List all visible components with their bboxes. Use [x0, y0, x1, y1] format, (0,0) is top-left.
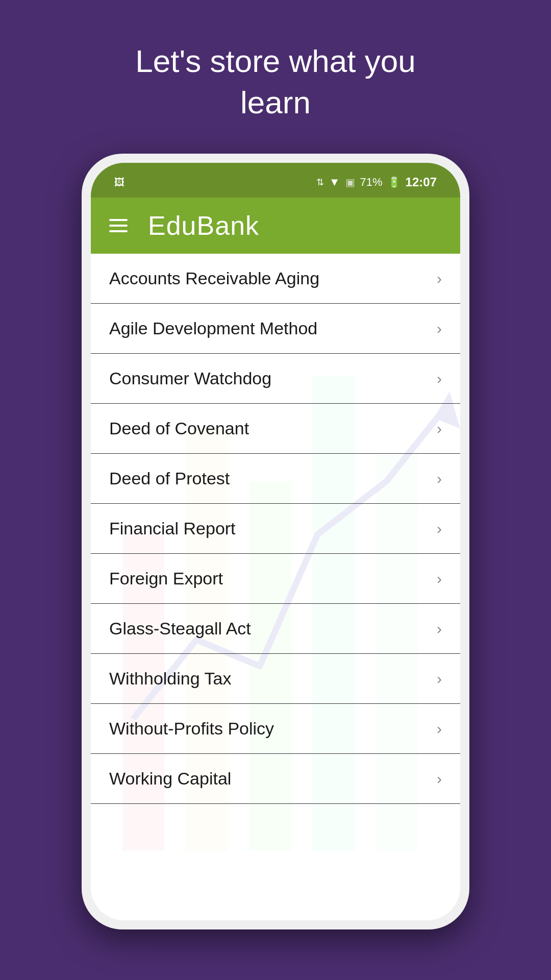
menu-line-1: [109, 219, 128, 221]
status-bar-left: 🖼: [114, 177, 124, 188]
list-item[interactable]: Foreign Export ›: [91, 554, 460, 604]
menu-line-3: [109, 230, 128, 232]
list-item-label: Financial Report: [109, 519, 236, 538]
status-bar: 🖼 ⇅ ▼ ▣ 71% 🔋 12:07: [91, 163, 460, 198]
list-item[interactable]: Glass-Steagall Act ›: [91, 604, 460, 654]
status-time: 12:07: [406, 175, 437, 189]
battery-icon: 🔋: [388, 176, 400, 188]
battery-percent: 71%: [360, 176, 383, 189]
list-item[interactable]: Working Capital ›: [91, 754, 460, 804]
list-item-label: Foreign Export: [109, 569, 223, 589]
list-item-label: Without-Profits Policy: [109, 719, 274, 739]
chevron-right-icon: ›: [437, 720, 442, 738]
phone-frame: 🖼 ⇅ ▼ ▣ 71% 🔋 12:07 EduBank: [82, 154, 469, 929]
sim-icon: ▣: [345, 176, 355, 188]
list-item[interactable]: Agile Development Method ›: [91, 304, 460, 354]
list-item-label: Glass-Steagall Act: [109, 619, 251, 639]
chevron-right-icon: ›: [437, 620, 442, 638]
list-item[interactable]: Financial Report ›: [91, 504, 460, 554]
list-item[interactable]: Deed of Protest ›: [91, 454, 460, 504]
list-item-label: Consumer Watchdog: [109, 369, 271, 388]
app-header: EduBank: [91, 198, 460, 254]
chevron-right-icon: ›: [437, 370, 442, 387]
chevron-right-icon: ›: [437, 570, 442, 587]
list-item-label: Withholding Tax: [109, 669, 231, 689]
chevron-right-icon: ›: [437, 320, 442, 337]
list-item[interactable]: Consumer Watchdog ›: [91, 354, 460, 404]
list-item[interactable]: Deed of Covenant ›: [91, 404, 460, 454]
list-item-label: Deed of Covenant: [109, 419, 249, 438]
list-items: Accounts Receivable Aging › Agile Develo…: [91, 254, 460, 804]
wifi-icon: ▼: [329, 176, 340, 189]
page-title: Let's store what you learn: [97, 41, 454, 123]
chevron-right-icon: ›: [437, 420, 442, 437]
chevron-right-icon: ›: [437, 770, 442, 788]
list-item[interactable]: Accounts Receivable Aging ›: [91, 254, 460, 304]
chevron-right-icon: ›: [437, 670, 442, 688]
data-arrows-icon: ⇅: [316, 177, 324, 188]
list-item-label: Deed of Protest: [109, 469, 230, 488]
menu-button[interactable]: [109, 219, 128, 232]
list-item-label: Agile Development Method: [109, 318, 317, 338]
list-item[interactable]: Without-Profits Policy ›: [91, 704, 460, 754]
app-name: EduBank: [148, 210, 259, 241]
list-item-label: Working Capital: [109, 769, 231, 789]
menu-line-2: [109, 225, 128, 227]
chevron-right-icon: ›: [437, 520, 442, 537]
phone-inner: 🖼 ⇅ ▼ ▣ 71% 🔋 12:07 EduBank: [91, 163, 460, 920]
chevron-right-icon: ›: [437, 270, 442, 287]
chevron-right-icon: ›: [437, 470, 442, 487]
list-item-label: Accounts Receivable Aging: [109, 268, 319, 288]
status-bar-right: ⇅ ▼ ▣ 71% 🔋 12:07: [316, 175, 437, 189]
list-item[interactable]: Withholding Tax ›: [91, 654, 460, 704]
image-status-icon: 🖼: [114, 177, 124, 188]
list-container: Accounts Receivable Aging › Agile Develo…: [91, 254, 460, 920]
